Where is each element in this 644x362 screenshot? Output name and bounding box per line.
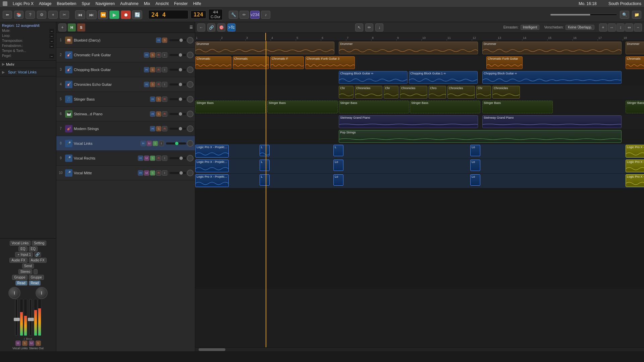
- mehr-section[interactable]: ▶ Mehr: [0, 61, 56, 68]
- fader-2[interactable]: [29, 299, 32, 336]
- track-h-btn-7[interactable]: H: [150, 126, 155, 131]
- track-h-btn-9[interactable]: H: [138, 156, 143, 161]
- menu-app[interactable]: Logic Pro X: [13, 1, 34, 6]
- arrange-pencil-btn[interactable]: ✏: [365, 23, 373, 32]
- clip-chromatic-6[interactable]: Chromatic: [626, 56, 644, 69]
- read-btn-2[interactable]: Read: [29, 281, 41, 286]
- toolbar-settings-btn[interactable]: ⚙: [37, 11, 46, 19]
- track-h-btn-6[interactable]: H: [150, 111, 155, 117]
- track-pan-7[interactable]: [187, 125, 194, 132]
- clip-vocal-rechts-4[interactable]: Lo: [470, 160, 480, 171]
- toolbar-pencil-btn[interactable]: ✏: [239, 11, 249, 19]
- track-r-btn-10[interactable]: R: [156, 170, 161, 176]
- record-btn[interactable]: ⏺: [121, 10, 131, 19]
- track-fader-2[interactable]: [169, 54, 186, 56]
- empty-track-area[interactable]: [195, 188, 644, 289]
- clip-bass-2[interactable]: Stinger Bass: [267, 101, 338, 113]
- strip-s-btn-2[interactable]: S: [36, 341, 41, 346]
- track-r-btn-6[interactable]: R: [162, 111, 167, 117]
- track-i-btn-8[interactable]: I: [159, 141, 164, 146]
- track-s-btn-9[interactable]: S: [150, 156, 155, 161]
- track-s-btn-7[interactable]: S: [156, 126, 161, 131]
- read-btn-1[interactable]: Read: [15, 281, 28, 286]
- track-lane-10[interactable]: Logic Pro X - Projektso L Lo Lo Logic Pr…: [195, 174, 644, 188]
- send-btn[interactable]: Send: [22, 263, 34, 268]
- toolbar-search-btn[interactable]: 🔍: [620, 11, 629, 19]
- track-pan-3[interactable]: [187, 66, 194, 73]
- track-lane-7[interactable]: Pop Strings: [195, 129, 644, 144]
- track-m-btn-10[interactable]: M: [144, 170, 149, 176]
- tracks-area[interactable]: Drummer Drummer Drummer Drummer C: [195, 41, 644, 347]
- einrasten-select[interactable]: Intelligent: [521, 25, 540, 30]
- menu-spur[interactable]: Spur: [82, 1, 90, 6]
- toolbar-browser-btn[interactable]: 📁: [632, 11, 641, 19]
- toolbar-back-btn[interactable]: ⬅: [3, 11, 12, 19]
- track-fader-3[interactable]: [169, 69, 186, 71]
- clip-drummer-4[interactable]: Drummer: [626, 42, 644, 54]
- toolbar-tools-btn[interactable]: ⌖: [48, 11, 58, 19]
- eq-btn-1[interactable]: EQ: [18, 246, 27, 251]
- clip-vocal-mitte-lp-1[interactable]: Logic Pro X - Projektso: [626, 174, 644, 187]
- track-h-btn-8[interactable]: H: [141, 141, 146, 146]
- clip-piano-1[interactable]: Steinway Grand Piano: [339, 115, 478, 128]
- track-pan-9[interactable]: [187, 155, 194, 162]
- cycle-btn[interactable]: 🔄: [132, 10, 142, 19]
- menu-bearbeiten[interactable]: Bearbeiten: [57, 1, 76, 6]
- clip-chromatic-2[interactable]: Chromatic: [233, 56, 269, 69]
- pitch-btn[interactable]: v234: [250, 11, 260, 19]
- clip-bass-3[interactable]: Stinger Bass: [339, 101, 409, 113]
- clip-chopping-3[interactable]: Chopping Block Guitar ∞: [482, 71, 622, 84]
- clip-chr-3[interactable]: Chr: [476, 86, 491, 99]
- menu-mix[interactable]: Mix: [144, 1, 150, 6]
- pan-knob-2[interactable]: [36, 287, 48, 299]
- track-fader-1[interactable]: [169, 39, 186, 41]
- track-s-btn-4[interactable]: S: [150, 82, 155, 87]
- verschieben-select[interactable]: Keine Überlapp.: [566, 25, 594, 30]
- add-track-btn[interactable]: +: [58, 23, 66, 32]
- setting-btn-2[interactable]: Setting: [32, 241, 46, 246]
- clip-piano-2[interactable]: Steinway Grand Piano: [482, 115, 622, 128]
- time-sig-display[interactable]: 4/4 C-Dur: [208, 9, 223, 20]
- clip-vocal-links-3[interactable]: L: [333, 145, 343, 156]
- clip-vocal-links-2[interactable]: L: [260, 145, 270, 156]
- clip-bass-1[interactable]: Stinger Bass: [195, 101, 266, 113]
- arrange-link-btn[interactable]: 🔗: [207, 23, 215, 32]
- zoom-in-btn[interactable]: +: [599, 23, 607, 32]
- clip-bass-6[interactable]: Stinger Bass: [626, 101, 644, 113]
- track-r-btn-5[interactable]: R: [162, 97, 167, 102]
- track-h-btn-1[interactable]: H: [156, 38, 161, 43]
- clip-vocal-rechts-1[interactable]: Logic Pro X - Projektso: [195, 160, 229, 172]
- setting-btn-1[interactable]: Vocal Links: [10, 241, 31, 246]
- track-h-btn-3[interactable]: H: [144, 67, 149, 72]
- track-fader-4[interactable]: [169, 83, 186, 85]
- fader-1[interactable]: [15, 299, 18, 336]
- clip-chromatic-funk-3[interactable]: Chromatic Funk Guitar 3: [305, 56, 355, 69]
- fast-forward-btn[interactable]: ⏭: [87, 10, 97, 19]
- track-i-btn-4[interactable]: I: [162, 82, 167, 87]
- clip-chro-1[interactable]: Chro: [429, 86, 446, 99]
- play-btn[interactable]: ▶: [109, 10, 119, 19]
- track-s-btn-3[interactable]: S: [150, 67, 155, 72]
- audio-fx-btn-2[interactable]: Audio FX: [29, 258, 47, 263]
- scroll-thumb[interactable]: [199, 348, 225, 351]
- track-m-btn-9[interactable]: M: [144, 156, 149, 161]
- clip-drummer-3[interactable]: Drummer: [482, 42, 622, 54]
- track-lane-1[interactable]: Drummer Drummer Drummer Drummer: [195, 41, 644, 56]
- track-pan-5[interactable]: [187, 96, 194, 103]
- track-fader-9[interactable]: [169, 157, 186, 159]
- audio-fx-btn-1[interactable]: Audio FX: [9, 258, 27, 263]
- clip-drummer-2[interactable]: Drummer: [339, 42, 478, 54]
- toolbar-scissors-btn[interactable]: ✂: [60, 11, 69, 19]
- tempo-display[interactable]: 124: [191, 10, 206, 19]
- h-btn-header[interactable]: H: [68, 23, 76, 32]
- track-lane-4[interactable]: Chr Chronicles Chr Chronicles Chro: [195, 85, 644, 100]
- spur-section[interactable]: ▶ Spur: Vocal Links: [0, 68, 56, 76]
- ruler[interactable]: 1 2 3 4 5 6 7 8 9 10 11: [195, 33, 644, 41]
- zoom-fit-btn[interactable]: ⇔: [625, 23, 633, 32]
- menu-ansicht[interactable]: Ansicht: [156, 1, 169, 6]
- track-fader-5[interactable]: [169, 98, 186, 100]
- clip-chronicles-1[interactable]: Chronicles: [355, 86, 382, 99]
- track-fader-8[interactable]: [166, 142, 186, 144]
- clip-vocal-rechts-2[interactable]: L: [260, 160, 270, 171]
- track-lane-2[interactable]: Chromatic Chromatic Chromatic F Chromati…: [195, 56, 644, 70]
